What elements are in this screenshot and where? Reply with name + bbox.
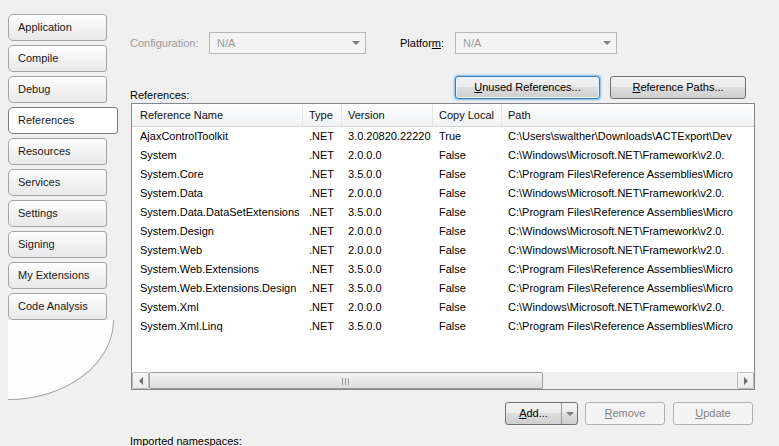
cell-type: .NET bbox=[303, 222, 342, 241]
cell-path: C:\Program Files\Reference Assemblies\Mi… bbox=[502, 317, 754, 336]
cell-copy_local: False bbox=[433, 146, 502, 165]
cell-type: .NET bbox=[303, 127, 342, 146]
configuration-label: Configuration: bbox=[130, 32, 199, 54]
sidebar-tab-code-analysis[interactable]: Code Analysis bbox=[8, 293, 107, 320]
cell-name: System.Xml bbox=[132, 298, 303, 317]
reference-row[interactable]: System.Web.Extensions.NET3.5.0.0FalseC:\… bbox=[132, 260, 754, 279]
reference-row[interactable]: System.Core.NET3.5.0.0FalseC:\Program Fi… bbox=[132, 165, 754, 184]
cell-path: C:\Program Files\Reference Assemblies\Mi… bbox=[502, 260, 754, 279]
cell-path: C:\Windows\Microsoft.NET\Framework\v2.0. bbox=[502, 146, 754, 165]
platform-dropdown[interactable]: N/A bbox=[455, 32, 617, 54]
column-header-reference-name[interactable]: Reference Name bbox=[132, 104, 303, 126]
cell-version: 3.5.0.0 bbox=[342, 260, 433, 279]
reference-row[interactable]: System.NET2.0.0.0FalseC:\Windows\Microso… bbox=[132, 146, 754, 165]
cell-copy_local: False bbox=[433, 241, 502, 260]
references-table-header: Reference Name Type Version Copy Local P… bbox=[132, 104, 754, 127]
project-properties-references-page: Application Compile Debug References Res… bbox=[0, 0, 779, 446]
unused-references-button[interactable]: Unused References... bbox=[455, 76, 600, 99]
scrollbar-grip-icon bbox=[342, 378, 351, 385]
cell-name: System.Design bbox=[132, 222, 303, 241]
configuration-dropdown[interactable]: N/A bbox=[209, 32, 366, 54]
cell-copy_local: False bbox=[433, 203, 502, 222]
cell-type: .NET bbox=[303, 184, 342, 203]
cell-path: C:\Program Files\Reference Assemblies\Mi… bbox=[502, 279, 754, 298]
platform-label: Platform: bbox=[400, 32, 444, 54]
add-dropdown-arrow-icon[interactable] bbox=[561, 403, 577, 424]
add-button-label[interactable]: Add... bbox=[506, 403, 561, 424]
sidebar-tab-services[interactable]: Services bbox=[8, 169, 107, 196]
sidebar-tab-resources[interactable]: Resources bbox=[8, 138, 107, 165]
sidebar-tab-signing[interactable]: Signing bbox=[8, 231, 107, 258]
platform-dropdown-value: N/A bbox=[463, 33, 481, 53]
reference-row[interactable]: System.Xml.NET2.0.0.0FalseC:\Windows\Mic… bbox=[132, 298, 754, 317]
cell-name: System bbox=[132, 146, 303, 165]
cell-name: System.Web bbox=[132, 241, 303, 260]
column-header-type[interactable]: Type bbox=[303, 104, 342, 126]
cell-name: System.Web.Extensions.Design bbox=[132, 279, 303, 298]
reference-row[interactable]: System.Web.Extensions.Design.NET3.5.0.0F… bbox=[132, 279, 754, 298]
remove-button[interactable]: Remove bbox=[585, 402, 665, 425]
chevron-down-icon bbox=[347, 34, 364, 52]
column-header-path[interactable]: Path bbox=[502, 104, 754, 126]
cell-version: 2.0.0.0 bbox=[342, 298, 433, 317]
cell-type: .NET bbox=[303, 241, 342, 260]
scrollbar-thumb[interactable] bbox=[149, 372, 543, 389]
configuration-dropdown-value: N/A bbox=[217, 33, 235, 53]
cell-type: .NET bbox=[303, 260, 342, 279]
sidebar-tab-debug[interactable]: Debug bbox=[8, 76, 107, 103]
cell-copy_local: False bbox=[433, 165, 502, 184]
cell-copy_local: False bbox=[433, 184, 502, 203]
reference-row[interactable]: System.Data.DataSetExtensions.NET3.5.0.0… bbox=[132, 203, 754, 222]
cell-path: C:\Program Files\Reference Assemblies\Mi… bbox=[502, 165, 754, 184]
reference-row[interactable]: System.Web.NET2.0.0.0FalseC:\Windows\Mic… bbox=[132, 241, 754, 260]
update-button[interactable]: Update bbox=[673, 402, 753, 425]
cell-name: AjaxControlToolkit bbox=[132, 127, 303, 146]
cell-path: C:\Windows\Microsoft.NET\Framework\v2.0. bbox=[502, 184, 754, 203]
cell-name: System.Xml.Linq bbox=[132, 317, 303, 336]
cell-name: System.Core bbox=[132, 165, 303, 184]
cell-type: .NET bbox=[303, 165, 342, 184]
cell-copy_local: False bbox=[433, 260, 502, 279]
cell-type: .NET bbox=[303, 146, 342, 165]
cell-copy_local: False bbox=[433, 298, 502, 317]
reference-row[interactable]: System.Xml.Linq.NET3.5.0.0FalseC:\Progra… bbox=[132, 317, 754, 336]
references-table: Reference Name Type Version Copy Local P… bbox=[131, 103, 755, 390]
column-header-copy-local[interactable]: Copy Local bbox=[433, 104, 502, 126]
cell-version: 3.5.0.0 bbox=[342, 317, 433, 336]
chevron-down-icon bbox=[598, 34, 615, 52]
sidebar-tab-compile[interactable]: Compile bbox=[8, 45, 107, 72]
reference-row[interactable]: System.Data.NET2.0.0.0FalseC:\Windows\Mi… bbox=[132, 184, 754, 203]
sidebar-tab-application[interactable]: Application bbox=[8, 14, 107, 41]
cell-path: C:\Users\swalther\Downloads\ACTExport\De… bbox=[502, 127, 754, 146]
sidebar-tab-references[interactable]: References bbox=[8, 107, 118, 134]
scroll-right-icon[interactable] bbox=[737, 372, 754, 389]
cell-type: .NET bbox=[303, 317, 342, 336]
cell-copy_local: True bbox=[433, 127, 502, 146]
cell-version: 3.0.20820.22220 bbox=[342, 127, 433, 146]
scroll-left-icon[interactable] bbox=[132, 372, 149, 389]
cell-copy_local: False bbox=[433, 279, 502, 298]
add-button[interactable]: Add... bbox=[505, 402, 578, 425]
cell-path: C:\Program Files\Reference Assemblies\Mi… bbox=[502, 203, 754, 222]
cell-version: 2.0.0.0 bbox=[342, 222, 433, 241]
horizontal-scrollbar[interactable] bbox=[132, 372, 754, 389]
cell-version: 2.0.0.0 bbox=[342, 146, 433, 165]
cell-copy_local: False bbox=[433, 222, 502, 241]
references-table-body: AjaxControlToolkit.NET3.0.20820.22220Tru… bbox=[132, 127, 754, 372]
cell-version: 3.5.0.0 bbox=[342, 165, 433, 184]
cell-path: C:\Windows\Microsoft.NET\Framework\v2.0. bbox=[502, 241, 754, 260]
cell-version: 3.5.0.0 bbox=[342, 279, 433, 298]
imported-namespaces-label: Imported namespaces: bbox=[130, 430, 242, 446]
sidebar-tab-my-extensions[interactable]: My Extensions bbox=[8, 262, 107, 289]
cell-name: System.Data bbox=[132, 184, 303, 203]
cell-version: 3.5.0.0 bbox=[342, 203, 433, 222]
sidebar-tab-settings[interactable]: Settings bbox=[8, 200, 107, 227]
reference-paths-button[interactable]: Reference Paths... bbox=[610, 76, 746, 99]
cell-name: System.Web.Extensions bbox=[132, 260, 303, 279]
cell-path: C:\Windows\Microsoft.NET\Framework\v2.0. bbox=[502, 298, 754, 317]
cell-type: .NET bbox=[303, 279, 342, 298]
reference-row[interactable]: System.Design.NET2.0.0.0FalseC:\Windows\… bbox=[132, 222, 754, 241]
column-header-version[interactable]: Version bbox=[342, 104, 433, 126]
reference-row[interactable]: AjaxControlToolkit.NET3.0.20820.22220Tru… bbox=[132, 127, 754, 146]
cell-version: 2.0.0.0 bbox=[342, 241, 433, 260]
